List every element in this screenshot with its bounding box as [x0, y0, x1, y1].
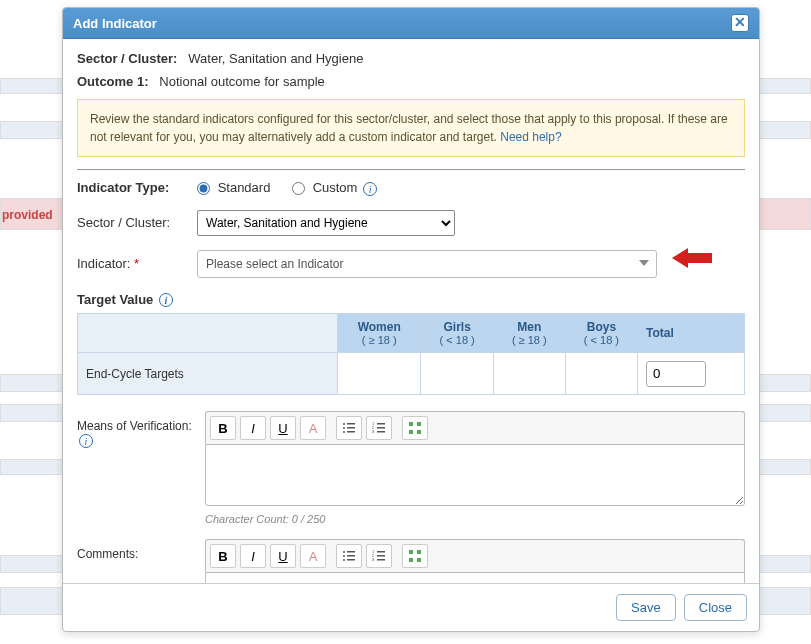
- bg-provided-text: provided: [2, 208, 53, 222]
- th-men: Men( ≥ 18 ): [493, 314, 565, 353]
- mov-label: Means of Verification: i: [77, 411, 205, 509]
- target-value-label: Target Value i: [77, 292, 745, 308]
- help-box: Review the standard indicators configure…: [77, 99, 745, 157]
- svg-point-4: [343, 431, 345, 433]
- sub-sector-label: Sector / Cluster:: [77, 215, 197, 230]
- comments-row: Comments: B I U A 123: [77, 539, 745, 583]
- th-blank: [78, 314, 338, 353]
- radio-custom-label[interactable]: Custom i: [292, 180, 377, 195]
- info-icon[interactable]: i: [79, 434, 93, 448]
- sector-select[interactable]: Water, Sanitation and Hygiene: [197, 210, 455, 236]
- table-row: End-Cycle Targets: [78, 353, 745, 395]
- svg-rect-28: [409, 550, 413, 554]
- underline-button[interactable]: U: [270, 416, 296, 440]
- cell-women: [338, 353, 421, 395]
- italic-button[interactable]: I: [240, 416, 266, 440]
- modal-footer: Save Close: [63, 583, 759, 631]
- cell-men: [493, 353, 565, 395]
- bullet-list-button[interactable]: [336, 416, 362, 440]
- svg-point-18: [343, 555, 345, 557]
- svg-rect-29: [417, 550, 421, 554]
- svg-rect-13: [417, 422, 421, 426]
- svg-point-20: [343, 559, 345, 561]
- mov-row: Means of Verification: i B I U A 123: [77, 411, 745, 509]
- clear-format-button[interactable]: A: [300, 544, 326, 568]
- indicator-select[interactable]: Please select an Indicator: [197, 250, 657, 278]
- clear-format-button[interactable]: A: [300, 416, 326, 440]
- cell-total: [638, 353, 745, 395]
- fullscreen-button[interactable]: [402, 544, 428, 568]
- comments-textarea[interactable]: [205, 572, 745, 583]
- number-list-button[interactable]: 123: [366, 416, 392, 440]
- underline-button[interactable]: U: [270, 544, 296, 568]
- svg-rect-27: [377, 559, 385, 561]
- svg-rect-30: [409, 558, 413, 562]
- svg-rect-9: [377, 427, 385, 429]
- svg-text:3: 3: [372, 557, 375, 562]
- indicator-label: Indicator: *: [77, 256, 197, 271]
- radio-standard-text: Standard: [218, 180, 271, 195]
- sector-value: Water, Sanitation and Hygiene: [188, 51, 363, 66]
- radio-custom[interactable]: [292, 182, 305, 195]
- help-text: Review the standard indicators configure…: [90, 112, 728, 144]
- number-list-button[interactable]: 123: [366, 544, 392, 568]
- outcome-row: Outcome 1: Notional outcome for sample: [77, 74, 745, 89]
- save-button[interactable]: Save: [616, 594, 676, 621]
- radio-standard[interactable]: [197, 182, 210, 195]
- svg-rect-12: [409, 422, 413, 426]
- close-icon[interactable]: ✕: [731, 14, 749, 32]
- svg-rect-31: [417, 558, 421, 562]
- need-help-link[interactable]: Need help?: [500, 130, 561, 144]
- total-input[interactable]: [646, 361, 706, 387]
- svg-rect-7: [377, 423, 385, 425]
- info-icon[interactable]: i: [363, 182, 377, 196]
- svg-rect-25: [377, 555, 385, 557]
- outcome-value: Notional outcome for sample: [159, 74, 324, 89]
- bold-button[interactable]: B: [210, 544, 236, 568]
- svg-rect-14: [409, 430, 413, 434]
- bold-button[interactable]: B: [210, 416, 236, 440]
- cell-girls: [421, 353, 493, 395]
- sector-row: Sector / Cluster: Water, Sanitation and …: [77, 51, 745, 66]
- divider: [77, 169, 745, 170]
- svg-rect-1: [347, 423, 355, 425]
- italic-button[interactable]: I: [240, 544, 266, 568]
- indicator-type-label: Indicator Type:: [77, 180, 197, 195]
- add-indicator-modal: Add Indicator ✕ Sector / Cluster: Water,…: [62, 7, 760, 632]
- sector-label: Sector / Cluster:: [77, 51, 177, 66]
- fullscreen-button[interactable]: [402, 416, 428, 440]
- mov-textarea[interactable]: [205, 444, 745, 506]
- svg-rect-3: [347, 427, 355, 429]
- cell-boys: [565, 353, 637, 395]
- svg-rect-19: [347, 555, 355, 557]
- modal-title: Add Indicator: [73, 16, 157, 31]
- svg-rect-17: [347, 551, 355, 553]
- svg-rect-15: [417, 430, 421, 434]
- radio-standard-label[interactable]: Standard: [197, 180, 274, 195]
- svg-rect-11: [377, 431, 385, 433]
- svg-text:3: 3: [372, 429, 375, 434]
- th-women: Women( ≥ 18 ): [338, 314, 421, 353]
- svg-rect-23: [377, 551, 385, 553]
- bullet-list-button[interactable]: [336, 544, 362, 568]
- th-girls: Girls( < 18 ): [421, 314, 493, 353]
- svg-rect-21: [347, 559, 355, 561]
- th-boys: Boys( < 18 ): [565, 314, 637, 353]
- th-total: Total: [638, 314, 745, 353]
- indicator-type-row: Indicator Type: Standard Custom i: [77, 180, 745, 196]
- close-button[interactable]: Close: [684, 594, 747, 621]
- radio-custom-text: Custom: [313, 180, 358, 195]
- info-icon[interactable]: i: [159, 293, 173, 307]
- svg-point-2: [343, 427, 345, 429]
- rte-toolbar: B I U A 123: [205, 539, 745, 572]
- svg-point-16: [343, 551, 345, 553]
- indicator-row: Indicator: * Please select an Indicator: [77, 250, 745, 278]
- rte-toolbar: B I U A 123: [205, 411, 745, 444]
- modal-header: Add Indicator ✕: [63, 8, 759, 39]
- modal-body: Sector / Cluster: Water, Sanitation and …: [63, 39, 759, 583]
- outcome-label: Outcome 1:: [77, 74, 149, 89]
- char-count: Character Count: 0 / 250: [77, 513, 745, 525]
- comments-label: Comments:: [77, 539, 205, 583]
- sub-sector-row: Sector / Cluster: Water, Sanitation and …: [77, 210, 745, 236]
- target-value-table: Women( ≥ 18 ) Girls( < 18 ) Men( ≥ 18 ) …: [77, 313, 745, 395]
